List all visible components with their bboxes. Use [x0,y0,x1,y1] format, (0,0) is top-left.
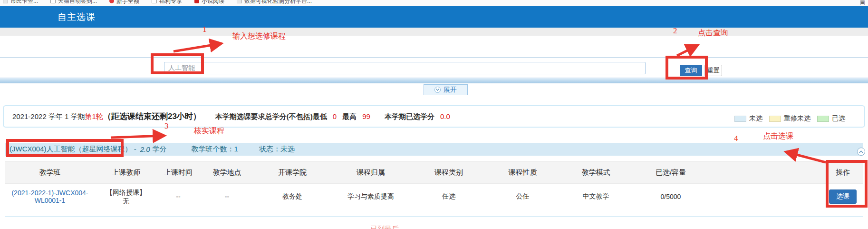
app-header [0,6,868,28]
table-header-row: 教学班 上课教师 上课时间 教学地点 开课学院 课程归属 课程类别 课程性质 教… [5,161,863,184]
course-status: 状态：未选 [259,145,295,154]
table-row: (2021-2022-1)-JWCX004-WL0001-1 【网络授课】 无 … [5,184,863,210]
course-search-input[interactable] [164,62,646,74]
expand-label: 展开 [444,86,457,94]
deadline-text: （距选课结束还剩23小时） [103,111,201,122]
course-group-bar[interactable]: (JWCX004)人工智能（超星网络课程） - 2.0 学分 教学班个数：1 状… [5,143,863,156]
status-legend: 未选 重修未选 已选 [734,114,845,123]
min-credit-value: 0 [333,112,337,120]
page-icon [237,0,242,3]
header-teacher: 上课教师 [95,161,157,184]
location-cell: -- [200,184,254,210]
round-label: 第1轮 [85,112,103,121]
class-count-label: 教学班个数： [192,145,234,153]
folder-icon [50,0,56,3]
teaching-mode-cell: 中文教学 [559,184,633,210]
course-credit-value: 2.0 [140,145,150,153]
bookmark-label: 福利专享 [159,0,182,5]
annotation-label-4: 点击选课 [763,131,793,141]
bookmark-item[interactable]: 小说阅读 [194,0,224,5]
annotation-arrow-1 [174,44,220,51]
term-status-text: 2021-2022 学年 1 学期 第1轮 （距选课结束还剩23小时） 本学期选… [12,111,450,122]
course-status-label: 状态： [259,145,280,153]
class-time-cell: -- [157,184,200,210]
header-course-belong: 课程归属 [330,161,411,184]
bookmark-item[interactable]: 数据可视化监测分析平台... [237,0,312,5]
header-course-nature: 课程性质 [486,161,559,184]
credit-requirement-label: 本学期选课要求总学分(不包括)最低 [215,112,327,121]
teacher-name: 无 [96,197,156,205]
annotation-arrow-2 [677,46,696,56]
header-action: 操作 [822,161,863,184]
max-credit-label: 最高 [342,112,357,121]
bookmark-item[interactable]: 天猫自动签到... [50,0,97,5]
legend-item-unselected: 未选 [734,114,762,123]
header-spacer [709,161,822,184]
browser-menu-icon[interactable]: ▣ [860,0,865,6]
college-cell: 教务处 [254,184,330,210]
browser-bookmarks-bar: 市民卡查... 天猫自动签到... 新手全额 福利专享 小说阅读 数据可视化监测… [0,0,868,6]
course-category-cell: 任选 [411,184,486,210]
header-teaching-class: 教学班 [5,161,95,184]
end-of-list-text: 已到最后 [370,225,399,229]
teacher-tag: 【网络授课】 [96,188,156,197]
expand-toggle[interactable]: 展开 [424,84,468,95]
header-class-time: 上课时间 [157,161,200,184]
bookmark-item[interactable]: 福利专享 [152,0,182,5]
annotation-step-number-4: 4 [734,134,738,143]
legend-item-selected: 已选 [817,114,845,123]
legend-swatch-retake [769,116,781,122]
legend-swatch-unselected [734,116,746,122]
bookmark-label: 小说阅读 [202,0,224,5]
header-sub-strip [0,28,868,36]
header-location: 教学地点 [200,161,254,184]
red-badge-icon [194,0,199,3]
panel-footer-bar [0,78,868,83]
spacer-cell [709,184,822,210]
course-credit-unit: 学分 [153,145,167,154]
bookmark-label: 天猫自动签到... [58,0,97,5]
header-capacity: 已选/容量 [633,161,709,184]
bookmark-item[interactable]: 新手全额 [109,0,139,5]
legend-label: 已选 [832,114,845,123]
selected-credit-label: 本学期已选学分 [385,112,434,121]
header-college: 开课学院 [254,161,330,184]
query-button[interactable]: 查询 [680,65,702,76]
class-code-link[interactable]: (2021-2022-1)-JWCX004-WL0001-1 [11,189,88,204]
term-label: 2021-2022 学年 1 学期 [12,112,85,121]
annotation-label-3: 核实课程 [194,126,224,136]
legend-label: 重修未选 [784,114,810,123]
teaching-class-table: 教学班 上课教师 上课时间 教学地点 开课学院 课程归属 课程类别 课程性质 教… [5,161,863,209]
course-nature-cell: 公任 [486,184,559,210]
reset-button[interactable]: 重置 [704,65,722,76]
page-title: 自主选课 [58,6,96,28]
course-status-value: 未选 [280,145,295,153]
legend-label: 未选 [749,114,762,123]
folder-icon [152,0,157,3]
collapse-course-button[interactable] [857,148,865,156]
page-icon [3,0,8,3]
max-credit-value: 99 [362,112,370,120]
select-course-button[interactable]: 选课 [829,189,857,204]
course-class-count: 教学班个数：1 [192,145,238,154]
course-belong-cell: 学习与素质提高 [330,184,411,210]
legend-swatch-selected [817,116,829,122]
class-count-value: 1 [234,145,238,153]
section-bottom-divider [5,216,863,217]
header-teaching-mode: 教学模式 [559,161,633,184]
selected-credit-value: 0.0 [440,112,450,120]
bookmark-label: 数据可视化监测分析平台... [244,0,312,5]
chevron-down-icon [434,87,441,93]
header-course-category: 课程类别 [411,161,486,184]
red-dot-icon [109,0,114,3]
bookmark-label: 市民卡查... [10,0,38,5]
capacity-cell: 0/5000 [633,184,709,210]
annotation-arrow-3 [111,136,163,138]
bookmark-item[interactable]: 市民卡查... [3,0,38,5]
bookmark-label: 新手全额 [116,0,139,5]
legend-item-retake: 重修未选 [769,114,810,123]
course-title: (JWCX004)人工智能（超星网络课程） - [10,145,136,154]
